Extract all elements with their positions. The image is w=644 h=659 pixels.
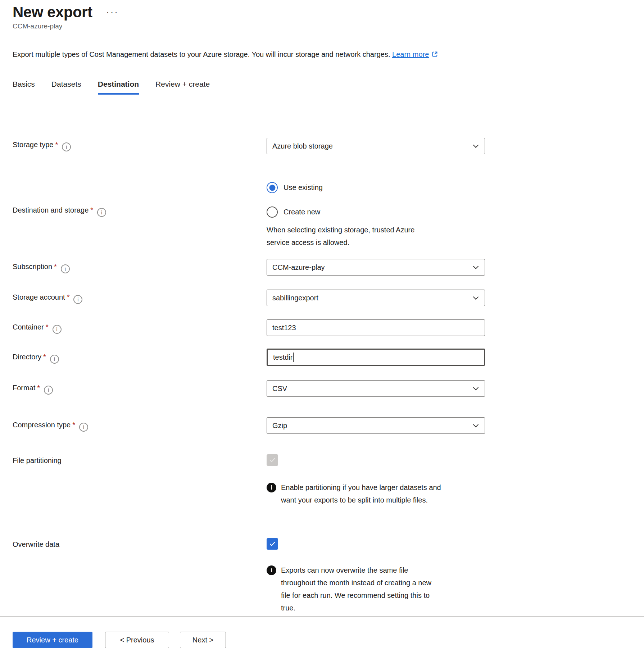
info-icon[interactable]: i	[44, 386, 53, 395]
storage-type-select[interactable]: Azure blob storage	[267, 138, 485, 154]
required-asterisk: *	[43, 353, 46, 361]
required-asterisk: *	[90, 206, 93, 214]
external-link-icon[interactable]	[431, 50, 439, 58]
intro-description: Export multiple types of Cost Management…	[13, 50, 390, 58]
tab-bar: Basics Datasets Destination Review + cre…	[13, 80, 210, 95]
overwrite-data-note: i Exports can now overwrite the same fil…	[267, 564, 441, 614]
info-icon[interactable]: i	[50, 355, 59, 364]
overwrite-data-note-text: Exports can now overwrite the same file …	[281, 564, 441, 614]
required-asterisk: *	[46, 323, 49, 331]
storage-type-label: Storage type*i	[13, 141, 71, 151]
info-icon[interactable]: i	[79, 423, 88, 432]
review-create-button[interactable]: Review + create	[13, 632, 92, 648]
compression-type-select[interactable]: Gzip	[267, 417, 485, 434]
destination-storage-label: Destination and storage*i	[13, 206, 106, 217]
checkmark-icon	[269, 540, 276, 547]
info-icon[interactable]: i	[97, 208, 106, 217]
directory-label: Directory*i	[13, 353, 59, 364]
radio-selected-icon	[267, 182, 278, 193]
info-filled-icon: i	[267, 483, 276, 492]
chevron-down-icon	[473, 294, 479, 300]
overwrite-data-checkbox[interactable]	[267, 538, 278, 550]
storage-account-select[interactable]: sabillingexport	[267, 290, 485, 306]
info-icon[interactable]: i	[73, 295, 82, 304]
footer-divider	[0, 616, 644, 617]
next-button[interactable]: Next >	[180, 632, 226, 648]
tab-destination[interactable]: Destination	[98, 80, 139, 95]
container-input[interactable]: test123	[267, 319, 485, 336]
chevron-down-icon	[473, 422, 479, 427]
chevron-down-icon	[473, 142, 479, 148]
subscription-select[interactable]: CCM-azure-play	[267, 259, 485, 276]
radio-use-existing[interactable]: Use existing	[267, 182, 323, 193]
text-cursor	[293, 353, 294, 362]
radio-create-new[interactable]: Create new	[267, 206, 320, 218]
previous-button[interactable]: < Previous	[105, 632, 169, 648]
more-options-button[interactable]: ···	[106, 6, 119, 18]
required-asterisk: *	[55, 141, 58, 149]
storage-account-label: Storage account*i	[13, 293, 82, 304]
file-partitioning-checkbox	[267, 454, 278, 466]
radio-unselected-icon	[267, 206, 278, 218]
required-asterisk: *	[54, 263, 57, 271]
info-filled-icon: i	[267, 565, 276, 575]
chevron-down-icon	[473, 263, 479, 269]
required-asterisk: *	[72, 421, 75, 429]
info-icon[interactable]: i	[62, 142, 71, 151]
overwrite-data-label: Overwrite data	[13, 540, 59, 549]
file-partitioning-note: i Enable partitioning if you have larger…	[267, 481, 450, 506]
format-select[interactable]: CSV	[267, 380, 485, 397]
tab-review-create[interactable]: Review + create	[155, 80, 210, 95]
checkmark-icon	[269, 456, 276, 464]
intro-text: Export multiple types of Cost Management…	[13, 50, 439, 59]
required-asterisk: *	[67, 293, 70, 301]
subscription-label: Subscription*i	[13, 263, 70, 273]
learn-more-link[interactable]: Learn more	[392, 50, 429, 58]
format-label: Format*i	[13, 384, 53, 395]
directory-input[interactable]: testdir	[267, 349, 485, 366]
required-asterisk: *	[37, 384, 40, 392]
info-icon[interactable]: i	[53, 325, 62, 334]
tab-datasets[interactable]: Datasets	[51, 80, 81, 95]
chevron-down-icon	[473, 385, 479, 390]
file-partitioning-note-text: Enable partitioning if you have larger d…	[281, 481, 450, 506]
container-label: Container*i	[13, 323, 62, 334]
info-icon[interactable]: i	[61, 264, 70, 273]
page-title: New export	[13, 4, 92, 21]
compression-type-label: Compression type*i	[13, 421, 88, 432]
tab-basics[interactable]: Basics	[13, 80, 35, 95]
file-partitioning-label: File partitioning	[13, 456, 62, 465]
existing-storage-help-text: When selecting existing storage, trusted…	[267, 224, 439, 249]
subscription-subtitle: CCM-azure-play	[13, 22, 62, 30]
